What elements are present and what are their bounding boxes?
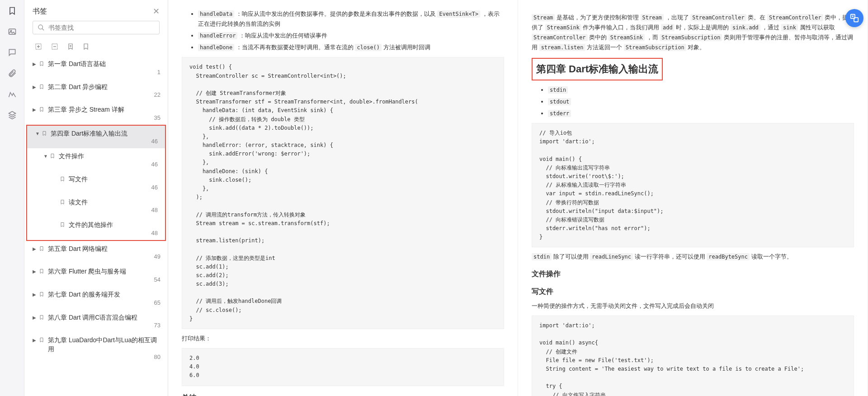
search-input-wrap[interactable] bbox=[33, 21, 160, 34]
sidebar-title: 书签 bbox=[33, 7, 153, 16]
bookmark-page-number: 35 bbox=[33, 114, 161, 121]
bookmark-label: 第五章 Dart 网络编程 bbox=[48, 245, 161, 254]
left-icon-rail bbox=[0, 0, 24, 396]
expand-arrow-icon[interactable]: ▶ bbox=[33, 61, 38, 66]
bookmark-label: 第六章 Flutter 爬虫与服务端 bbox=[48, 267, 161, 276]
bookmark-item[interactable]: ▼第四章 Dart标准输入输出流46 bbox=[27, 126, 165, 149]
code-block: void test() { StreamController sc = Stre… bbox=[182, 57, 504, 329]
bookmark-item[interactable]: ▶第六章 Flutter 爬虫与服务端54 bbox=[24, 264, 168, 287]
list-item: handleData ：响应从流中发出的任何数据事件。提供的参数是来自发出事件的… bbox=[198, 9, 504, 29]
bookmark-item[interactable]: ▶第八章 Dart 调用C语言混合编程73 bbox=[24, 310, 168, 333]
bookmark-label: 第四章 Dart标准输入输出流 bbox=[51, 129, 159, 138]
image-icon[interactable] bbox=[7, 26, 18, 37]
code-block: // 导入io包 import 'dart:io'; void main() {… bbox=[532, 123, 854, 247]
intro-paragraph: Stream 是基础，为了更方便控制和管理 Stream ，出现了 Stream… bbox=[532, 13, 854, 52]
print-label: 打印结果： bbox=[182, 334, 504, 344]
bookmark-item[interactable]: ▶第二章 Dart 异步编程22 bbox=[24, 79, 168, 102]
list-item: stderr bbox=[548, 108, 854, 118]
bookmark-page-number: 48 bbox=[53, 207, 159, 213]
comment-icon[interactable] bbox=[7, 47, 18, 58]
write-note: 一种简便的操作方式，无需手动关闭文件，文件写入完成后会自动关闭 bbox=[532, 301, 854, 311]
bookmark-icon bbox=[39, 314, 45, 321]
bookmark-item[interactable]: 写文件46 bbox=[27, 171, 165, 194]
expand-arrow-icon[interactable]: ▼ bbox=[43, 154, 49, 159]
bookmark-icon bbox=[60, 176, 66, 182]
close-icon[interactable]: ✕ bbox=[153, 6, 160, 16]
bookmark-icon bbox=[39, 268, 45, 274]
bookmark-icon bbox=[39, 337, 45, 343]
summary-heading: 总结 bbox=[182, 391, 504, 396]
bookmark-icon bbox=[39, 61, 45, 67]
search-icon bbox=[38, 24, 45, 31]
write-file-heading: 写文件 bbox=[532, 285, 854, 297]
signature-icon[interactable] bbox=[7, 89, 18, 99]
bookmark-page-number: 22 bbox=[33, 91, 161, 98]
bookmark-label: 读文件 bbox=[69, 198, 159, 207]
bookmark-page-number: 46 bbox=[43, 161, 159, 168]
add-bookmark-icon[interactable] bbox=[67, 42, 74, 51]
bookmark-label: 第七章 Dart 的服务端开发 bbox=[48, 290, 161, 299]
bookmark-tree: ▶第一章 Dart语言基础1▶第二章 Dart 异步编程22▶第三章 异步之 S… bbox=[24, 56, 168, 396]
bookmark-label: 文件的其他操作 bbox=[69, 221, 159, 230]
expand-arrow-icon[interactable]: ▶ bbox=[33, 246, 38, 251]
bookmark-icon bbox=[50, 153, 56, 159]
expand-arrow-icon[interactable]: ▶ bbox=[33, 315, 38, 320]
collapse-all-icon[interactable] bbox=[51, 42, 59, 51]
bookmark-label: 第二章 Dart 异步编程 bbox=[48, 83, 161, 92]
code-block: 2.0 4.0 6.0 bbox=[182, 348, 504, 386]
bookmark-label: 第三章 异步之 Stream 详解 bbox=[48, 105, 161, 114]
bookmark-icon bbox=[60, 222, 66, 228]
page-left: handleData ：响应从流中发出的任何数据事件。提供的参数是来自发出事件的… bbox=[168, 0, 518, 396]
bookmark-outline-icon[interactable] bbox=[82, 42, 90, 51]
bookmark-item[interactable]: ▶第三章 异步之 Stream 详解35 bbox=[24, 102, 168, 125]
search-input[interactable] bbox=[48, 24, 155, 31]
list-item: stdout bbox=[548, 97, 854, 107]
bookmark-label: 文件操作 bbox=[59, 152, 159, 161]
bookmark-page-number: 1 bbox=[33, 69, 161, 75]
bookmark-label: 写文件 bbox=[69, 175, 159, 184]
expand-arrow-icon[interactable]: ▶ bbox=[33, 292, 38, 297]
bookmark-page-number: 80 bbox=[33, 354, 161, 360]
expand-all-icon[interactable] bbox=[34, 42, 42, 51]
expand-arrow-icon[interactable]: ▶ bbox=[33, 338, 38, 343]
bookmark-icon bbox=[39, 106, 45, 113]
bookmark-item[interactable]: ▶第九章 LuaDardo中Dart与Lua的相互调用80 bbox=[24, 332, 168, 364]
layers-icon[interactable] bbox=[7, 109, 18, 120]
bookmark-item[interactable]: 读文件48 bbox=[27, 194, 165, 217]
svg-point-2 bbox=[38, 25, 42, 29]
bookmark-icon bbox=[39, 245, 45, 252]
sidebar-toolbar bbox=[24, 39, 168, 56]
expand-arrow-icon[interactable]: ▶ bbox=[33, 107, 38, 112]
bookmark-sidebar: 书签 ✕ ▶第一章 Dart语言基础1▶第二章 Dart 异步编程22▶第三章 … bbox=[24, 0, 168, 396]
bookmark-icon bbox=[39, 84, 45, 90]
bookmark-page-number: 73 bbox=[33, 322, 161, 329]
bookmark-page-number: 54 bbox=[33, 276, 161, 283]
bookmark-icon[interactable] bbox=[7, 5, 18, 16]
bookmark-label: 第八章 Dart 调用C语言混合编程 bbox=[48, 313, 161, 322]
bookmark-item[interactable]: ▶第七章 Dart 的服务端开发65 bbox=[24, 287, 168, 310]
stdin-note: stdin 除了可以使用 readLineSync 读一行字符串，还可以使用 r… bbox=[532, 252, 854, 262]
list-item: handleDone ：当流不再有数据要处理时调用。通常在流的 close() … bbox=[198, 42, 504, 52]
translate-fab[interactable] bbox=[845, 9, 863, 27]
bookmark-icon bbox=[39, 291, 45, 297]
bookmark-item[interactable]: 文件的其他操作48 bbox=[27, 217, 165, 240]
expand-arrow-icon[interactable]: ▶ bbox=[33, 85, 38, 90]
page-right: Stream 是基础，为了更方便控制和管理 Stream ，出现了 Stream… bbox=[518, 0, 868, 396]
bookmark-label: 第一章 Dart语言基础 bbox=[48, 60, 161, 69]
bookmark-page-number: 65 bbox=[33, 299, 161, 306]
bookmark-page-number: 46 bbox=[35, 138, 159, 145]
expand-arrow-icon[interactable]: ▼ bbox=[35, 131, 41, 136]
bookmark-item[interactable]: ▼文件操作46 bbox=[27, 148, 165, 171]
bookmark-page-number: 49 bbox=[33, 253, 161, 260]
bookmark-item[interactable]: ▶第一章 Dart语言基础1 bbox=[24, 56, 168, 79]
bookmark-icon bbox=[60, 199, 66, 205]
bookmark-page-number: 46 bbox=[53, 184, 159, 191]
bookmark-icon bbox=[42, 130, 48, 137]
file-ops-heading: 文件操作 bbox=[532, 268, 854, 280]
expand-arrow-icon[interactable]: ▶ bbox=[33, 269, 38, 274]
bookmark-label: 第九章 LuaDardo中Dart与Lua的相互调用 bbox=[48, 336, 161, 354]
attachment-icon[interactable] bbox=[7, 68, 18, 79]
list-item: handleError ：响应从流中发出的任何错误事件 bbox=[198, 31, 504, 41]
chapter-title: 第四章 Dart标准输入输出流 bbox=[532, 58, 854, 80]
bookmark-item[interactable]: ▶第五章 Dart 网络编程49 bbox=[24, 241, 168, 264]
